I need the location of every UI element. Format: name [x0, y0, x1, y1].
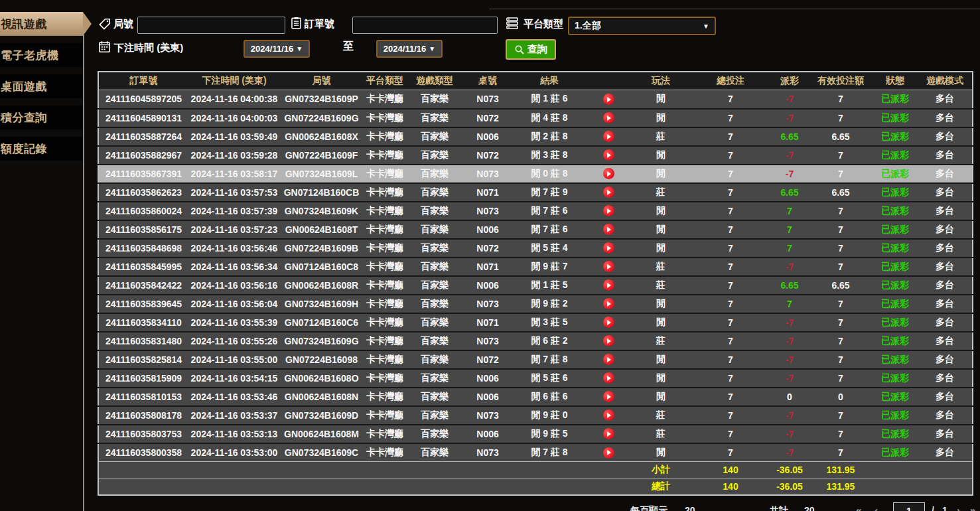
cell-bet-type: 閒 [631, 313, 691, 332]
date-to-picker[interactable]: 2024/11/16 ▼ [376, 40, 443, 58]
last-page-button[interactable]: » [970, 502, 975, 511]
sidebar-item-3[interactable]: 桌面遊戲 [0, 74, 83, 98]
table-row[interactable]: 241116035860024 2024-11-16 03:57:39 GN07… [98, 202, 973, 220]
cell-bet-type: 莊 [631, 257, 691, 276]
table-row[interactable]: 241116045890131 2024-11-16 04:00:03 GN07… [98, 109, 973, 127]
cell-game-mode: 多台 [918, 443, 973, 462]
search-button[interactable]: 查詢 [506, 39, 556, 60]
play-icon[interactable] [603, 391, 614, 402]
cell-status: 已派彩 [873, 332, 918, 350]
cell-payout: 7 [770, 202, 809, 220]
cell-status: 已派彩 [873, 165, 918, 183]
table-row[interactable]: 241116035867391 2024-11-16 03:58:17 GN07… [98, 165, 973, 183]
cell-bet-time: 2024-11-16 03:55:26 [188, 332, 280, 350]
play-icon[interactable] [603, 242, 614, 254]
table-row[interactable]: 241116035862623 2024-11-16 03:57:53 GN07… [98, 183, 973, 202]
sidebar-item-5[interactable]: 額度記錄 [0, 137, 83, 161]
date-from-picker[interactable]: 2024/11/16 ▼ [244, 40, 310, 58]
play-icon[interactable] [603, 261, 614, 272]
tag-icon [98, 18, 111, 33]
cell-game-type: 百家樂 [407, 295, 462, 313]
table-row[interactable]: 241116035845995 2024-11-16 03:56:34 GN07… [98, 257, 973, 276]
cell-game-mode: 多台 [918, 202, 973, 220]
page-number-input[interactable]: 1 [893, 502, 925, 511]
play-icon[interactable] [603, 354, 614, 365]
table-row[interactable]: 241116035831480 2024-11-16 03:55:26 GN07… [98, 332, 973, 350]
sidebar-item-4[interactable]: 積分查詢 [0, 106, 83, 129]
table-row[interactable]: 241116035825814 2024-11-16 03:55:00 GN07… [98, 350, 973, 369]
cell-platform-type: 卡卡灣廳 [363, 202, 407, 220]
cell-total-bet: 7 [691, 109, 770, 127]
sidebar-item-1[interactable]: 視訊遊戲 [0, 12, 83, 36]
cell-status: 已派彩 [873, 425, 918, 443]
cell-platform-type: 卡卡灣廳 [363, 350, 407, 369]
subtotal-valid-bet: 131.95 [809, 462, 873, 478]
cell-replay [586, 443, 631, 462]
column-header: 桌號 [462, 72, 513, 90]
cell-order-id: 241116035842422 [98, 276, 188, 295]
records-table-wrap: 訂單號下注時間 (美東)局號平台類型遊戲類型桌號結果玩法總投注派彩有效投注額狀態… [98, 71, 973, 496]
play-icon[interactable] [603, 428, 614, 439]
sidebar-item-2[interactable]: 電子老虎機 [0, 43, 83, 67]
table-row[interactable]: 241116045897205 2024-11-16 04:00:38 GN07… [98, 90, 973, 109]
play-icon[interactable] [603, 372, 614, 384]
cell-bet-time: 2024-11-16 03:58:17 [188, 165, 280, 183]
cell-replay [586, 406, 631, 425]
play-icon[interactable] [603, 317, 614, 328]
cell-result: 閒 7 莊 8 [513, 350, 586, 369]
date-to-value: 2024/11/16 [384, 44, 426, 54]
order-id-input[interactable] [352, 17, 498, 34]
table-row[interactable]: 241116035834110 2024-11-16 03:55:39 GN07… [98, 313, 973, 332]
cell-order-id: 241116035808178 [98, 406, 188, 425]
cell-status: 已派彩 [873, 127, 918, 146]
table-row[interactable]: 241116035808178 2024-11-16 03:53:37 GN07… [98, 406, 973, 425]
per-page-value[interactable]: 20 [685, 502, 695, 511]
play-icon[interactable] [603, 168, 614, 179]
table-row[interactable]: 241116035810153 2024-11-16 03:53:46 GN00… [98, 388, 973, 406]
play-icon[interactable] [603, 298, 614, 309]
cell-bet-type: 閒 [631, 388, 691, 406]
table-row[interactable]: 241116035842422 2024-11-16 03:56:16 GN00… [98, 276, 973, 295]
cell-status: 已派彩 [873, 202, 918, 220]
table-row[interactable]: 241116035882967 2024-11-16 03:59:28 GN07… [98, 146, 973, 165]
table-row[interactable]: 241116035856175 2024-11-16 03:57:23 GN00… [98, 220, 973, 239]
table-row[interactable]: 241116035800358 2024-11-16 03:53:00 GN07… [98, 443, 973, 462]
table-row[interactable]: 241116035848698 2024-11-16 03:56:46 GN07… [98, 239, 973, 257]
page-separator: / [932, 502, 934, 511]
play-icon[interactable] [603, 335, 614, 346]
play-icon[interactable] [603, 149, 614, 161]
table-row[interactable]: 241116035887264 2024-11-16 03:59:49 GN00… [98, 127, 973, 146]
cell-total-bet: 7 [691, 202, 770, 220]
cell-platform-type: 卡卡灣廳 [363, 406, 407, 425]
cell-total-bet: 7 [691, 165, 770, 183]
cell-round-id: GN07124B160C8 [280, 257, 363, 276]
cell-bet-type: 閒 [631, 443, 691, 462]
play-icon[interactable] [603, 409, 614, 421]
total-label: 總計 [631, 478, 691, 495]
cell-status: 已派彩 [873, 350, 918, 369]
first-page-button[interactable]: « [856, 502, 861, 511]
play-icon[interactable] [603, 112, 614, 123]
round-id-input[interactable] [137, 17, 285, 34]
cell-order-id: 241116045897205 [98, 90, 188, 109]
play-icon[interactable] [603, 447, 614, 459]
table-row[interactable]: 241116035803753 2024-11-16 03:53:13 GN00… [98, 425, 973, 443]
play-icon[interactable] [603, 279, 614, 291]
table-row[interactable]: 241116035815909 2024-11-16 03:54:15 GN00… [98, 369, 973, 388]
play-icon[interactable] [603, 205, 614, 216]
cell-round-id: GN07224B1609G [280, 109, 363, 127]
table-row[interactable]: 241116035839645 2024-11-16 03:56:04 GN07… [98, 295, 973, 313]
play-icon[interactable] [603, 94, 614, 105]
subtotal-spacer [98, 462, 631, 478]
platform-type-select[interactable]: 1.全部 ▼ [568, 17, 716, 35]
column-header: 玩法 [631, 72, 691, 90]
cell-bet-type: 莊 [631, 276, 691, 295]
play-icon[interactable] [603, 186, 614, 198]
prev-page-button[interactable]: ‹ [875, 502, 878, 511]
cell-game-type: 百家樂 [407, 165, 462, 183]
cell-replay [586, 220, 631, 239]
next-page-button[interactable]: › [957, 502, 960, 511]
play-icon[interactable] [603, 224, 614, 235]
cell-game-mode: 多台 [918, 146, 973, 165]
play-icon[interactable] [603, 131, 614, 142]
